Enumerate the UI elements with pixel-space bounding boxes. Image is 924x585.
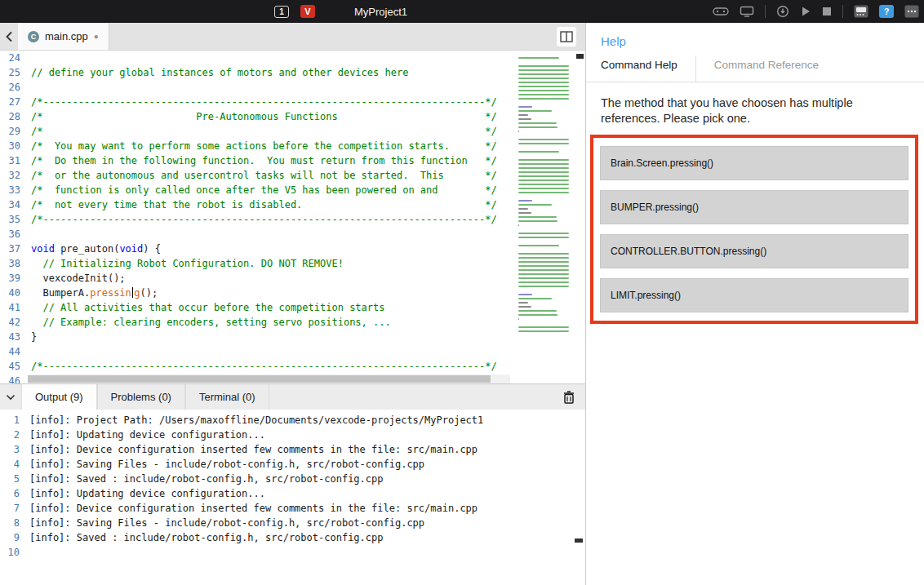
trash-icon[interactable]: [559, 388, 579, 407]
minimap-line: [518, 294, 532, 295]
minimap-line: [518, 277, 569, 279]
toolbar-actions: ?: [713, 0, 919, 23]
tab-command-help[interactable]: Command Help: [601, 55, 696, 82]
code-token: /* or the autonomous and usercontrol tas…: [31, 170, 497, 181]
stop-icon[interactable]: [822, 7, 832, 16]
editor-horizontal-scrollbar[interactable]: [28, 374, 510, 383]
minimap-line: [518, 73, 569, 75]
minimap-line: [518, 131, 519, 132]
brain-screen-icon[interactable]: [740, 6, 754, 17]
output-line-number: 8: [0, 516, 29, 530]
code-token: /* not every time that the robot is disa…: [31, 199, 497, 211]
code-line[interactable]: /* Pre-Autonomous Functions */: [31, 109, 515, 124]
code-line[interactable]: [31, 80, 515, 95]
minimap-line: [518, 224, 519, 226]
minimap-line: [518, 69, 569, 71]
output-line-text: [info]: Updating device configuration...: [29, 428, 265, 442]
scrollbar-handle[interactable]: [28, 375, 491, 383]
minimap-line: [518, 212, 531, 214]
controller-icon[interactable]: [713, 6, 729, 17]
minimap-line: [518, 114, 528, 116]
output-line-number: 9: [0, 530, 29, 545]
code-line[interactable]: BumperA.pressing();: [31, 286, 515, 300]
code-token: /* */: [31, 126, 497, 137]
code-line[interactable]: /*--------------------------------------…: [31, 95, 515, 109]
tab-command-reference[interactable]: Command Reference: [696, 55, 819, 82]
minimap-line: [518, 151, 559, 153]
minimap-line: [518, 118, 531, 120]
back-chevron-icon[interactable]: [0, 23, 18, 50]
code-line[interactable]: // Initializing Robot Configuration. DO …: [31, 256, 515, 271]
feedback-icon[interactable]: [904, 5, 919, 18]
code-line[interactable]: [31, 51, 515, 65]
minimap-line: [518, 139, 569, 140]
minimap-line: [518, 126, 558, 128]
minimap-line: [518, 86, 569, 87]
code-line[interactable]: /* not every time that the robot is disa…: [31, 197, 515, 212]
minimap-line: [518, 233, 569, 234]
help-icon[interactable]: ?: [879, 5, 894, 18]
tab-main-cpp[interactable]: C main.cpp ●: [18, 23, 109, 50]
output-line-text: [info]: Saving Files - include/robot-con…: [29, 457, 424, 472]
method-option[interactable]: BUMPER.pressing(): [600, 190, 908, 224]
minimap-line: [518, 192, 569, 193]
code-token: pre_auton(: [55, 243, 119, 255]
code-line[interactable]: // define your global instances of motor…: [31, 65, 515, 80]
code-line[interactable]: /*--------------------------------------…: [31, 359, 515, 374]
brain-slot-icon[interactable]: 1: [274, 6, 289, 18]
code-line[interactable]: vexcodeInit();: [31, 271, 515, 286]
output-line: 6[info]: Updating device configuration..…: [0, 486, 585, 501]
minimap-line: [518, 106, 532, 108]
minimap-line: [518, 310, 557, 312]
code-line[interactable]: // All activities that occur before the …: [31, 300, 515, 315]
line-number: 35: [0, 212, 20, 227]
download-icon[interactable]: [776, 5, 789, 18]
minimap-line: [518, 65, 569, 67]
method-option[interactable]: LIMIT.pressing(): [600, 278, 908, 312]
method-option[interactable]: Brain.Screen.pressing(): [600, 146, 908, 180]
code-line[interactable]: // Example: clearing encoders, setting s…: [31, 315, 515, 330]
line-number: 34: [0, 197, 20, 212]
minimap-line: [518, 171, 569, 173]
scrollbar-handle[interactable]: [576, 54, 584, 59]
line-number: 42: [0, 315, 20, 330]
line-number: 33: [0, 183, 20, 197]
minimap[interactable]: [515, 51, 574, 383]
tab-terminal[interactable]: Terminal (0): [185, 384, 269, 410]
output-scrollbar-handle[interactable]: [575, 538, 583, 543]
split-editor-icon[interactable]: [557, 27, 576, 47]
vex-logo-icon[interactable]: V: [300, 5, 315, 18]
code-line[interactable]: [31, 344, 515, 359]
minimap-line: [518, 175, 569, 177]
output-line-number: 5: [0, 472, 29, 486]
method-option[interactable]: CONTROLLER.BUTTON.pressing(): [600, 234, 908, 268]
code-editor[interactable]: 2425262728293031323334353637383940414243…: [0, 51, 585, 383]
code-line[interactable]: /* function is only called once after th…: [31, 183, 515, 197]
tab-problems[interactable]: Problems (0): [97, 384, 185, 410]
code-line[interactable]: /*--------------------------------------…: [31, 212, 515, 227]
project-info: 1 V MyProject1: [274, 0, 407, 23]
minimap-line: [518, 269, 569, 271]
code-line[interactable]: /* or the autonomous and usercontrol tas…: [31, 168, 515, 183]
line-number: 26: [0, 80, 20, 95]
code-line[interactable]: /* You may want to perform some actions …: [31, 139, 515, 153]
code-token: ();: [140, 287, 158, 299]
code-line[interactable]: }: [31, 330, 515, 344]
code-token: // Example: clearing encoders, setting s…: [31, 317, 391, 328]
code-line[interactable]: [31, 227, 515, 242]
output-line-number: 6: [0, 486, 29, 501]
tab-output[interactable]: Output (9): [21, 384, 97, 410]
code-area[interactable]: // define your global instances of motor…: [28, 51, 515, 383]
minimap-line: [518, 261, 569, 263]
line-number: 31: [0, 153, 20, 168]
code-token: g: [134, 287, 140, 299]
code-line[interactable]: /* Do them in the following function. Yo…: [31, 153, 515, 168]
print-console-icon[interactable]: [854, 5, 868, 18]
collapse-chevron-icon[interactable]: [0, 384, 21, 410]
editor-vertical-scrollbar[interactable]: [574, 51, 585, 383]
code-line[interactable]: void pre_auton(void) {: [31, 242, 515, 256]
run-icon[interactable]: [800, 6, 811, 17]
code-line[interactable]: /* */: [31, 124, 515, 139]
code-token: /*--------------------------------------…: [31, 214, 497, 225]
code-token: /* function is only called once after th…: [31, 184, 497, 196]
